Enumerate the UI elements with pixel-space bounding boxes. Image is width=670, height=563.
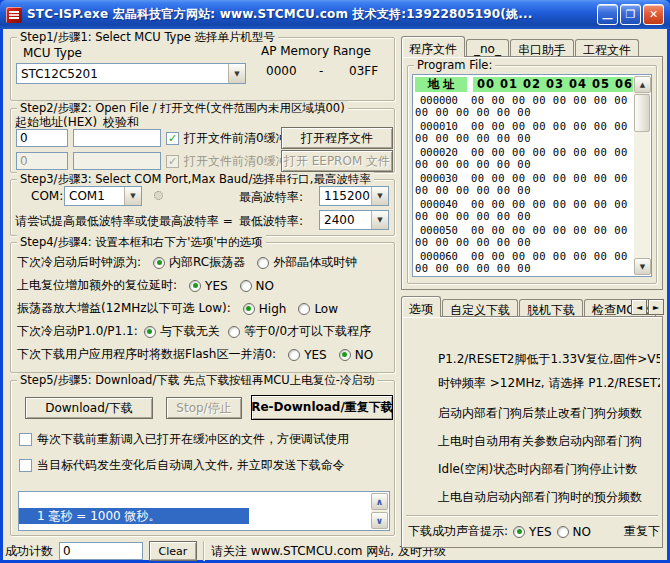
tab-scroll-left-icon[interactable]: ◄ (631, 299, 647, 315)
option-line[interactable]: P1.2/RESET2脚低于1.33V复位,固件>V5. (402, 351, 660, 368)
com-port-select[interactable]: COM1 ▼ (64, 186, 142, 206)
radio-erase-yes[interactable]: YES (288, 348, 327, 362)
radio-icon (288, 349, 300, 361)
start-address-input[interactable] (16, 129, 68, 147)
tab-program-file[interactable]: 程序文件 (401, 36, 465, 57)
hex-viewer[interactable]: 地 址 00 01 02 03 04 05 06 07 08 0 0000000… (412, 74, 652, 277)
reload-before-download-label: 每次下载前重新调入已打开在缓冲区的文件，方便调试使用 (37, 431, 349, 448)
option-line[interactable]: 时钟频率 >12MHz, 请选择 P1.2/RESET2 (402, 375, 660, 392)
tab-custom-download[interactable]: 自定义下载 (442, 299, 518, 317)
chevron-down-icon[interactable]: ▼ (228, 64, 245, 83)
radio-need-00[interactable]: 等于0/0才可以下载程序 (228, 323, 371, 340)
reload-before-download-checkbox[interactable]: ✓ (19, 433, 32, 446)
close-icon: ✕ (649, 8, 658, 21)
redownload-button[interactable]: Re-Download/重复下载 (251, 395, 393, 420)
tab-scroll-right-icon[interactable]: ► (648, 299, 664, 315)
download-button[interactable]: Download/下载 (25, 397, 153, 419)
radio-sound-no[interactable]: NO (557, 525, 591, 539)
step3-group: Step3/步骤3: Select COM Port,Max Baud/选择串行… (10, 179, 395, 236)
close-button[interactable]: ✕ (643, 4, 664, 25)
status-bar: 成功计数 Clear 请关注 www.STCMCU.com 网站, 及时升级 (5, 541, 446, 561)
clipped-repeat-text: 重复下 (624, 523, 660, 540)
radio-icon (513, 526, 525, 538)
erase-flash-row: 下次下载用户应用程序时将数据Flash区一并清0: YES NO (11, 343, 394, 366)
radio-external-crystal[interactable]: 外部晶体或时钟 (257, 254, 357, 271)
radio-reset-delay-no[interactable]: NO (240, 279, 304, 293)
hex-body[interactable]: 00000000 00 00 00 00 00 00 00 00 000 00 … (413, 92, 634, 277)
divider (203, 541, 205, 561)
auto-reload-on-change-checkbox[interactable]: ✓ (19, 459, 32, 472)
ap-range-from: 0000 (266, 64, 297, 78)
check-icon: ✓ (168, 133, 177, 144)
step5-legend: Step5/步骤5: Download/下载 先点下载按钮再MCU上电复位-冷启… (17, 373, 377, 388)
window-title: STC-ISP.exe 宏晶科技官方网站: www.STCMCU.com 技术支… (27, 6, 597, 23)
tab-serial-assistant[interactable]: 串口助手 (510, 39, 574, 57)
clock-source-row: 下次冷启动后时钟源为: 内部RC振荡器 外部晶体或时钟 (11, 251, 394, 274)
scrollbar-thumb[interactable] (634, 94, 650, 132)
chevron-down-icon[interactable]: ▼ (371, 187, 388, 205)
radio-icon (153, 257, 165, 269)
clear-count-button[interactable]: Clear (149, 541, 197, 561)
options-panel: P1.2/RESET2脚低于1.33V复位,固件>V5. 时钟频率 >12MHz… (401, 316, 663, 548)
success-count-input[interactable] (59, 542, 143, 560)
scroll-down-icon[interactable]: ▼ (634, 258, 651, 275)
scroll-up-icon[interactable]: ∧ (371, 493, 388, 510)
scroll-up-icon[interactable]: ▲ (634, 76, 651, 93)
program-file-panel: Program File: 地 址 00 01 02 03 04 05 06 0… (401, 56, 663, 290)
radio-gain-low[interactable]: Low (298, 302, 362, 316)
radio-icon (243, 303, 255, 315)
tab-scroll-arrows: ◄ ► (631, 299, 664, 315)
program-file-group: Program File: 地 址 00 01 02 03 04 05 06 0… (407, 65, 657, 284)
app-icon (6, 7, 22, 23)
scroll-down-icon[interactable]: ∨ (371, 512, 388, 529)
success-count-label: 成功计数 (5, 543, 53, 560)
right-top-tabrow: 程序文件 _no_ 串口助手 工程文件 (401, 36, 640, 57)
radio-internal-rc[interactable]: 内部RC振荡器 (153, 254, 245, 271)
hex-scrollbar[interactable]: ▲ ▼ (634, 76, 650, 275)
tab-offline-download[interactable]: 脱机下载 (519, 299, 583, 317)
hex-header-bytes: 00 01 02 03 04 05 06 07 08 0 (473, 77, 633, 92)
listbox-scrollbar[interactable]: ∧ ∨ (371, 493, 388, 529)
option-line[interactable]: Idle(空闲)状态时内部看门狗停止计数 (402, 461, 660, 478)
radio-sound-yes[interactable]: YES (513, 525, 552, 539)
chevron-down-icon[interactable]: ▼ (124, 187, 141, 205)
chevron-down-icon[interactable]: ▼ (371, 211, 388, 229)
radio-gain-high[interactable]: High (243, 302, 287, 316)
radio-download-unrelated[interactable]: 与下载无关 (144, 323, 220, 340)
tab-project-file[interactable]: 工程文件 (575, 39, 639, 57)
radio-erase-no[interactable]: NO (339, 348, 390, 362)
titlebar[interactable]: STC-ISP.exe 宏晶科技官方网站: www.STCMCU.com 技术支… (0, 0, 670, 29)
radio-icon (240, 280, 252, 292)
step1-legend: Step1/步骤1: Select MCU Type 选择单片机型号 (17, 30, 278, 45)
max-baud-select[interactable]: 115200 ▼ (319, 186, 389, 206)
sound-prompt-label: 下载成功声音提示: (408, 523, 508, 540)
message-listbox[interactable]: 1 毫秒 = 1000 微秒。 ∧ ∨ (18, 491, 390, 531)
mcu-type-select[interactable]: STC12C5201 ▼ (16, 63, 246, 84)
hex-row: 00005000 00 00 00 00 00 00 00 00 000 00 … (413, 224, 634, 248)
option-line[interactable]: 上电自动启动内部看门狗时的预分频数 (402, 489, 660, 506)
ap-range-dash: - (319, 64, 323, 78)
check-icon: ✓ (168, 156, 177, 167)
hex-row: 00003000 00 00 00 00 00 00 00 00 000 00 … (413, 172, 634, 196)
com-status-led-icon (154, 191, 163, 200)
minimize-button[interactable]: — (597, 4, 618, 25)
list-item[interactable] (19, 492, 389, 508)
maximize-button[interactable]: ❐ (620, 4, 641, 25)
step4-legend: Step4/步骤4: 设置本框和右下方'选项'中的选项 (17, 235, 266, 250)
list-item-selected[interactable]: 1 毫秒 = 1000 微秒。 (19, 508, 249, 524)
hex-header: 地 址 00 01 02 03 04 05 06 07 08 0 (413, 75, 651, 92)
option-line[interactable]: 上电时自动用有关参数启动内部看门狗 (402, 433, 660, 450)
min-baud-label: 最低波特率: (239, 213, 303, 230)
tab-no[interactable]: _no_ (466, 39, 509, 57)
option-line[interactable]: 启动内部看门狗后禁止改看门狗分频数 (402, 405, 660, 422)
tab-options[interactable]: 选项 (401, 296, 441, 317)
step1-group: Step1/步骤1: Select MCU Type 选择单片机型号 MCU T… (10, 37, 395, 101)
min-baud-select[interactable]: 2400 ▼ (319, 210, 389, 230)
open-program-file-button[interactable]: 打开程序文件 (281, 127, 393, 149)
radio-reset-delay-yes[interactable]: YES (189, 279, 228, 293)
step4-group: Step4/步骤4: 设置本框和右下方'选项'中的选项 下次冷启动后时钟源为: … (10, 242, 395, 373)
clear-buffer-checkbox[interactable]: ✓ (166, 132, 179, 145)
eeprom-checksum-input (73, 152, 161, 170)
checksum-input[interactable] (73, 129, 161, 147)
right-bottom-tabrow: 选项 自定义下载 脱机下载 检查MCU选 (401, 296, 657, 317)
